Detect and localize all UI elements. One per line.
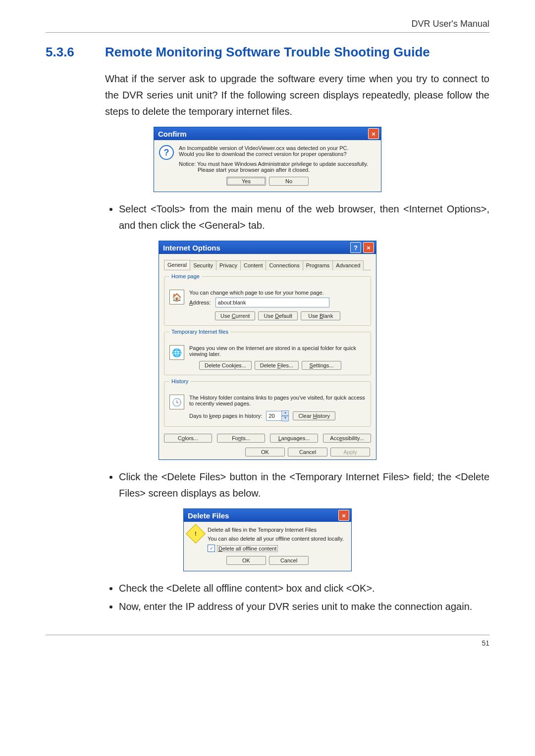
- cancel-button[interactable]: Cancel: [269, 556, 309, 565]
- confirm-title: Confirm: [158, 130, 187, 138]
- no-button[interactable]: No: [269, 177, 309, 186]
- help-icon[interactable]: ?: [350, 242, 361, 253]
- question-icon: ?: [159, 145, 174, 160]
- inetopt-title: Internet Options: [163, 244, 220, 252]
- close-icon[interactable]: ×: [368, 128, 379, 139]
- tab-privacy[interactable]: Privacy: [216, 260, 241, 270]
- intro-paragraph: What if the server ask to upgrade the so…: [105, 71, 489, 120]
- tab-programs[interactable]: Programs: [303, 260, 333, 270]
- confirm-msg1: An Incompatible version of VideoViewer.o…: [179, 145, 376, 151]
- fonts-button[interactable]: Fonts...Fonts...: [217, 434, 265, 443]
- delete-files-button[interactable]: Delete Files...Delete Files...: [255, 361, 299, 370]
- homepage-desc: You can change which page to use for you…: [189, 290, 366, 296]
- tab-general[interactable]: General: [164, 260, 190, 270]
- languages-button[interactable]: Languages...Languages...: [270, 434, 318, 443]
- delete-cookies-button[interactable]: Delete Cookies...Delete Cookies...: [199, 361, 252, 370]
- apply-button[interactable]: Apply: [330, 448, 370, 456]
- page-number: 51: [46, 639, 489, 647]
- delfiles-button-row: OK Cancel: [189, 556, 346, 565]
- internet-options-dialog: Internet Options ? × General Security Pr…: [159, 241, 376, 460]
- confirm-notice: Notice: You must have Windows Administra…: [179, 161, 376, 167]
- document-page: DVR User's Manual 5.3.6 Remote Monitorin…: [0, 0, 535, 756]
- history-legend: History: [169, 378, 190, 384]
- tabbar: General Security Privacy Content Connect…: [164, 260, 371, 270]
- cancel-button[interactable]: Cancel: [288, 448, 327, 456]
- confirm-titlebar: Confirm ×: [154, 127, 381, 140]
- tempfiles-legend: Temporary Internet files: [169, 329, 230, 335]
- accessibility-button[interactable]: Accessibility...Accessibility...: [323, 434, 371, 443]
- delfiles-msg1: Delete all files in the Temporary Intern…: [208, 527, 346, 533]
- tempfiles-group: Temporary Internet files 🌐 Pages you vie…: [164, 332, 371, 375]
- use-current-button[interactable]: Use CurrentUse Current: [215, 311, 255, 320]
- yes-button[interactable]: Yes: [226, 177, 266, 186]
- days-label: Days to keep pages in history:Days to ke…: [189, 413, 262, 419]
- header-rule: [46, 32, 489, 33]
- close-icon[interactable]: ×: [338, 510, 349, 521]
- close-icon[interactable]: ×: [363, 242, 374, 253]
- confirm-msg2: Would you like to download the correct v…: [179, 151, 376, 157]
- delete-offline-label: Delete all offline contentDelete all off…: [217, 545, 278, 552]
- footer-rule: [46, 635, 489, 635]
- homepage-legend: Home page: [169, 273, 202, 279]
- step-2: Click the <Delete Files> button in the <…: [119, 469, 489, 502]
- history-icon: 🕓: [169, 395, 184, 409]
- heading-title: Remote Monitoring Software Trouble Shoot…: [105, 45, 430, 60]
- homepage-group: Home page 🏠 You can change which page to…: [164, 276, 371, 326]
- use-blank-button[interactable]: Use BlankUse Blank: [301, 311, 340, 320]
- section-heading: 5.3.6 Remote Monitoring Software Trouble…: [46, 45, 489, 60]
- delfiles-body: ! Delete all files in the Temporary Inte…: [184, 522, 351, 571]
- settings-button[interactable]: Settings...Settings...: [302, 361, 341, 370]
- clear-history-button[interactable]: Clear HistoryClear History: [293, 411, 335, 420]
- inetopt-body: General Security Privacy Content Connect…: [159, 254, 376, 459]
- checkbox-icon[interactable]: ✓: [208, 545, 215, 552]
- heading-number: 5.3.6: [46, 45, 105, 60]
- step-3: Check the <Delete all offline content> b…: [119, 580, 489, 597]
- tab-content[interactable]: Content: [240, 260, 267, 270]
- colors-button[interactable]: Colors...Colors...: [164, 434, 212, 443]
- delfiles-titlebar: Delete Files ×: [184, 509, 351, 522]
- confirm-notice2: Please start your browser again after it…: [179, 167, 376, 173]
- step-1: Select <Tools> from the main menu of the…: [119, 201, 489, 234]
- confirm-body: ? An Incompatible version of VideoViewer…: [154, 140, 381, 192]
- inetopt-titlebar: Internet Options ? ×: [159, 241, 376, 254]
- confirm-dialog: Confirm × ? An Incompatible version of V…: [154, 127, 381, 192]
- days-value[interactable]: 20: [266, 411, 282, 421]
- home-icon: 🏠: [169, 290, 184, 304]
- warning-icon: !: [186, 524, 206, 544]
- inetopt-footer-row: OK Cancel Apply: [162, 448, 373, 459]
- address-label: AddAddress:ress:: [189, 300, 211, 305]
- confirm-button-row: Yes No: [159, 177, 376, 186]
- tab-connections[interactable]: Connections: [266, 260, 303, 270]
- running-header: DVR User's Manual: [46, 19, 489, 29]
- delete-offline-checkbox[interactable]: ✓ Delete all offline contentDelete all o…: [208, 545, 346, 552]
- history-group: History 🕓 The History folder contains li…: [164, 381, 371, 427]
- spinner-arrows-icon[interactable]: ▲▼: [281, 410, 289, 421]
- tempfiles-desc: Pages you view on the Internet are store…: [189, 345, 366, 357]
- tab-security[interactable]: Security: [190, 260, 216, 270]
- ok-button[interactable]: OK: [245, 448, 285, 456]
- ok-button[interactable]: OK: [226, 556, 266, 565]
- tab-advanced[interactable]: Advanced: [332, 260, 364, 270]
- address-input[interactable]: about:blank: [215, 298, 329, 307]
- days-spinner[interactable]: 20 ▲▼: [266, 410, 289, 421]
- step-4: Now, enter the IP address of your DVR se…: [119, 599, 489, 615]
- delfiles-msg2: You can also delete all your offline con…: [208, 536, 346, 542]
- delete-files-dialog: Delete Files × ! Delete all files in the…: [183, 508, 352, 571]
- delfiles-title: Delete Files: [188, 511, 229, 520]
- globe-icon: 🌐: [169, 345, 184, 360]
- use-default-button[interactable]: Use DefaultUse Default: [258, 311, 298, 320]
- history-desc: The History folder contains links to pag…: [189, 395, 366, 406]
